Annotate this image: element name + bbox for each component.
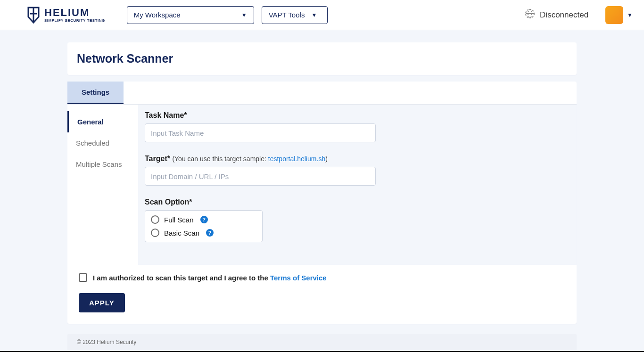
target-sample-link[interactable]: testportal.helium.sh <box>268 155 325 163</box>
connection-status: Disconnected <box>525 8 588 21</box>
page-title-card: Network Scanner <box>67 42 577 75</box>
help-icon[interactable]: ? <box>200 216 208 223</box>
sidemenu-item-label: Scheduled <box>76 139 109 147</box>
target-hint-prefix: (You can use this target sample: <box>172 155 268 163</box>
radio-icon <box>151 215 159 224</box>
form-area: Task Name* Target* (You can use this tar… <box>138 105 577 265</box>
main: Network Scanner Settings General Schedul… <box>0 30 644 352</box>
target-input[interactable] <box>145 167 376 186</box>
tools-selector[interactable]: VAPT Tools ▼ <box>262 6 328 24</box>
sidemenu-item-general[interactable]: General <box>67 111 138 132</box>
tabs: Settings <box>67 82 577 105</box>
tools-label: VAPT Tools <box>269 11 305 19</box>
sidemenu-item-scheduled[interactable]: Scheduled <box>67 132 138 154</box>
target-hint: (You can use this target sample: testpor… <box>172 155 327 163</box>
scan-option-group: Scan Option* Full Scan ? Basic Scan ? <box>145 198 570 242</box>
checkbox-icon[interactable] <box>79 273 87 282</box>
page-title: Network Scanner <box>77 52 567 65</box>
scan-option-box: Full Scan ? Basic Scan ? <box>145 210 263 242</box>
task-name-input[interactable] <box>145 123 376 142</box>
target-label: Target* (You can use this target sample:… <box>145 155 328 163</box>
scan-option-basic[interactable]: Basic Scan ? <box>151 229 256 237</box>
caret-down-icon: ▼ <box>627 12 633 18</box>
settings-sidemenu: General Scheduled Multiple Scans <box>67 105 138 265</box>
globe-icon <box>525 8 535 21</box>
target-label-text: Target* <box>145 155 170 163</box>
authorize-row[interactable]: I am authorized to scan this target and … <box>74 273 570 282</box>
authorize-text: I am authorized to scan this target and … <box>93 274 327 282</box>
settings-card: Settings General Scheduled Multiple Scan… <box>67 82 577 324</box>
sidemenu-item-label: Multiple Scans <box>76 160 122 168</box>
footer: © 2023 Helium Security <box>67 334 577 350</box>
brand-name: HELIUM <box>44 8 105 18</box>
form-bottom: I am authorized to scan this target and … <box>67 265 577 324</box>
settings-body: General Scheduled Multiple Scans Task Na… <box>67 105 577 265</box>
avatar <box>605 6 623 24</box>
task-name-group: Task Name* <box>145 111 570 142</box>
sidemenu-item-multiple-scans[interactable]: Multiple Scans <box>67 154 138 175</box>
caret-down-icon: ▼ <box>311 12 317 18</box>
target-group: Target* (You can use this target sample:… <box>145 155 570 186</box>
scan-option-full[interactable]: Full Scan ? <box>151 215 256 224</box>
copyright: © 2023 Helium Security <box>77 339 136 345</box>
target-hint-suffix: ) <box>325 155 328 163</box>
authorize-prefix: I am authorized to scan this target and … <box>93 274 270 282</box>
terms-link[interactable]: Terms of Service <box>270 274 327 282</box>
scan-option-label: Scan Option* <box>145 198 192 206</box>
task-name-label: Task Name* <box>145 111 187 120</box>
connection-status-text: Disconnected <box>540 10 588 20</box>
apply-button[interactable]: APPLY <box>79 293 125 312</box>
user-menu[interactable]: ▼ <box>605 6 633 24</box>
workspace-selector[interactable]: My Workspace ▼ <box>127 6 254 24</box>
workspace-selected-label: My Workspace <box>134 11 181 19</box>
tab-label: Settings <box>82 88 109 96</box>
shield-icon <box>26 7 41 24</box>
scan-option-label-text: Basic Scan <box>164 229 199 237</box>
topbar: HELIUM SIMPLIFY SECURITY TESTING My Work… <box>0 0 644 30</box>
sidemenu-item-label: General <box>77 118 104 126</box>
tab-settings[interactable]: Settings <box>67 82 124 104</box>
scan-option-label-text: Full Scan <box>164 216 194 224</box>
brand-tagline: SIMPLIFY SECURITY TESTING <box>44 19 105 23</box>
caret-down-icon: ▼ <box>241 12 247 18</box>
radio-icon <box>151 229 159 237</box>
help-icon[interactable]: ? <box>206 229 214 237</box>
logo[interactable]: HELIUM SIMPLIFY SECURITY TESTING <box>26 7 105 24</box>
